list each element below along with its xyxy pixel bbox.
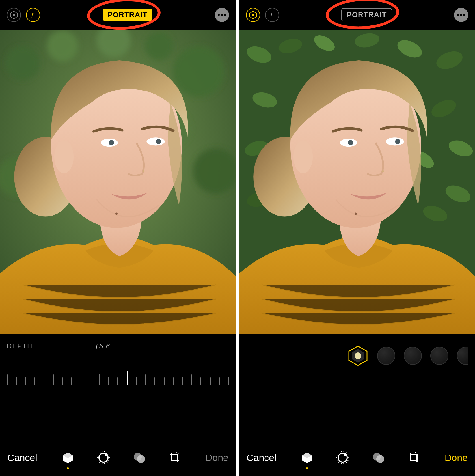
aperture-f-icon[interactable]: f bbox=[26, 8, 40, 22]
lighting-option-natural[interactable] bbox=[347, 345, 369, 367]
lighting-option[interactable] bbox=[404, 347, 422, 365]
depth-label: DEPTH bbox=[7, 342, 33, 350]
filters-circles-icon[interactable] bbox=[131, 450, 147, 466]
svg-point-26 bbox=[105, 453, 108, 456]
svg-point-5 bbox=[47, 30, 78, 62]
svg-point-31 bbox=[252, 14, 254, 16]
lighting-style-carousel[interactable] bbox=[246, 345, 468, 367]
svg-point-51 bbox=[293, 140, 313, 173]
svg-text:f: f bbox=[31, 12, 34, 18]
depth-controls: DEPTH ƒ5.6 bbox=[0, 334, 236, 439]
svg-point-1 bbox=[13, 14, 15, 16]
svg-point-6 bbox=[173, 46, 224, 97]
svg-text:f: f bbox=[271, 12, 273, 18]
svg-point-14 bbox=[54, 140, 74, 173]
svg-rect-73 bbox=[411, 455, 417, 461]
svg-point-56 bbox=[382, 170, 384, 172]
filters-circles-icon[interactable] bbox=[370, 450, 386, 466]
svg-point-19 bbox=[143, 170, 144, 172]
svg-point-60 bbox=[355, 352, 361, 359]
done-button[interactable]: Done bbox=[206, 452, 228, 463]
lighting-cube-icon[interactable] bbox=[60, 450, 76, 466]
phone-screen-left: f PORTRAIT bbox=[0, 0, 236, 476]
lighting-option[interactable] bbox=[430, 347, 448, 365]
selected-tool-dot bbox=[67, 467, 69, 469]
depth-slider-marker[interactable] bbox=[127, 371, 128, 385]
crop-rotate-icon[interactable] bbox=[406, 450, 422, 466]
crop-rotate-icon[interactable] bbox=[167, 450, 183, 466]
bottom-toolbar: Cancel Done bbox=[239, 439, 475, 476]
svg-point-20 bbox=[115, 213, 118, 215]
cancel-button[interactable]: Cancel bbox=[247, 452, 277, 463]
svg-rect-29 bbox=[172, 455, 178, 461]
photo-preview[interactable] bbox=[0, 30, 236, 334]
svg-point-4 bbox=[6, 46, 40, 80]
lighting-option[interactable] bbox=[457, 347, 468, 365]
phone-screen-right: f PORTRAIT bbox=[239, 0, 475, 476]
svg-point-57 bbox=[355, 213, 357, 215]
top-bar: f PORTRAIT bbox=[0, 0, 236, 30]
portrait-mode-badge[interactable]: PORTRAIT bbox=[103, 9, 153, 21]
adjust-dial-icon[interactable] bbox=[96, 450, 111, 466]
lighting-cube-icon[interactable] bbox=[299, 450, 315, 466]
svg-point-53 bbox=[348, 140, 353, 145]
svg-point-16 bbox=[109, 140, 114, 145]
portrait-lighting-icon[interactable] bbox=[7, 8, 21, 22]
aperture-f-icon[interactable]: f bbox=[265, 8, 279, 22]
svg-point-54 bbox=[386, 137, 404, 145]
cancel-button[interactable]: Cancel bbox=[7, 452, 37, 463]
svg-point-11 bbox=[145, 32, 173, 60]
portrait-lighting-icon[interactable] bbox=[246, 8, 260, 22]
svg-point-18 bbox=[156, 139, 161, 144]
done-button[interactable]: Done bbox=[445, 452, 468, 463]
svg-point-55 bbox=[395, 139, 400, 144]
svg-point-17 bbox=[146, 137, 165, 145]
adjust-dial-icon[interactable] bbox=[335, 450, 351, 466]
svg-point-28 bbox=[137, 455, 145, 463]
more-button[interactable] bbox=[454, 8, 468, 22]
selected-tool-dot bbox=[306, 467, 308, 469]
bottom-toolbar: Cancel Done bbox=[0, 439, 236, 476]
svg-point-72 bbox=[376, 455, 384, 463]
lighting-option[interactable] bbox=[377, 347, 395, 365]
more-button[interactable] bbox=[215, 8, 229, 22]
portrait-mode-badge[interactable]: PORTRAIT bbox=[341, 8, 392, 21]
depth-value: ƒ5.6 bbox=[95, 342, 110, 350]
svg-point-70 bbox=[344, 453, 347, 456]
top-bar: f PORTRAIT bbox=[239, 0, 475, 30]
depth-slider[interactable] bbox=[7, 370, 229, 385]
lighting-controls bbox=[239, 334, 475, 439]
photo-preview[interactable] bbox=[239, 30, 475, 334]
